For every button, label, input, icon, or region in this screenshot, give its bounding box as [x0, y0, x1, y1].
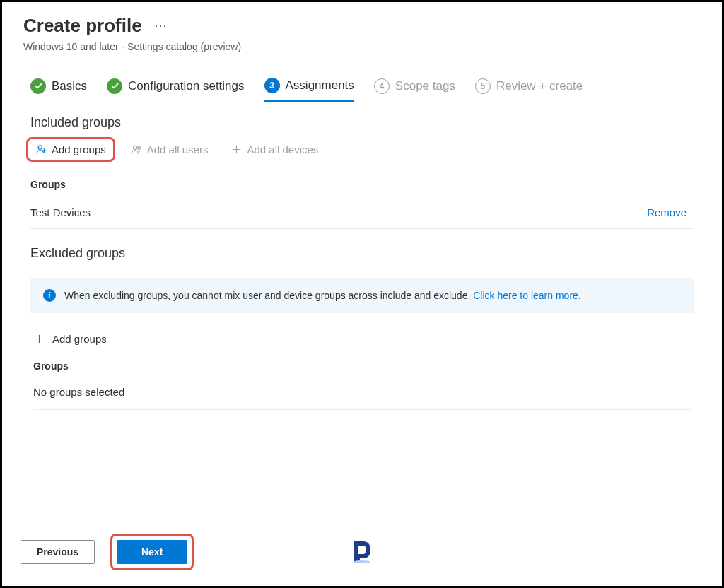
step-review-create[interactable]: 5 Review + create: [475, 78, 583, 102]
step-basics[interactable]: Basics: [30, 78, 87, 102]
excluded-groups-heading: Excluded groups: [2, 229, 722, 261]
groups-column-header: Groups: [30, 169, 694, 196]
person-add-icon: [35, 143, 47, 155]
learn-more-link[interactable]: Click here to learn more.: [473, 290, 581, 301]
step-number-icon: 4: [374, 78, 390, 94]
add-all-users-button[interactable]: Add all users: [124, 139, 216, 160]
step-scope-tags[interactable]: 4 Scope tags: [374, 78, 455, 102]
included-groups-heading: Included groups: [2, 102, 722, 130]
no-groups-text: No groups selected: [33, 379, 691, 409]
group-name: Test Devices: [30, 206, 90, 218]
step-number-icon: 5: [475, 78, 491, 94]
next-button-highlight: Next: [110, 534, 194, 570]
plus-icon: [33, 333, 45, 345]
add-all-devices-button[interactable]: Add all devices: [223, 139, 325, 160]
step-label: Configuration settings: [128, 79, 244, 93]
excluded-groups-column-header: Groups: [2, 345, 722, 379]
info-text: When excluding groups, you cannot mix us…: [64, 290, 581, 301]
remove-link[interactable]: Remove: [647, 206, 694, 218]
page-title: Create profile: [23, 15, 142, 37]
check-icon: [107, 78, 122, 94]
step-number-icon: 3: [264, 78, 280, 93]
brand-logo-icon: [351, 540, 373, 564]
svg-point-0: [38, 146, 42, 149]
step-configuration-settings[interactable]: Configuration settings: [107, 78, 244, 102]
step-label: Review + create: [496, 79, 583, 93]
excluded-add-groups-button[interactable]: Add groups: [2, 313, 722, 345]
page-header: Create profile ··· Windows 10 and later …: [2, 2, 722, 52]
included-actions-row: Add groups Add all users Add all devices: [2, 130, 722, 169]
page-subtitle: Windows 10 and later - Settings catalog …: [23, 37, 701, 52]
svg-point-1: [133, 146, 136, 149]
excluded-groups-empty: No groups selected: [33, 379, 691, 410]
excluded-add-groups-label: Add groups: [52, 333, 107, 345]
included-groups-section: Groups Test Devices Remove: [2, 169, 722, 229]
step-label: Scope tags: [395, 79, 455, 93]
add-all-devices-label: Add all devices: [247, 143, 318, 155]
add-groups-label: Add groups: [52, 143, 106, 155]
group-row: Test Devices Remove: [30, 196, 694, 229]
more-actions-icon[interactable]: ···: [155, 18, 168, 33]
step-assignments[interactable]: 3 Assignments: [264, 78, 354, 102]
info-banner: i When excluding groups, you cannot mix …: [30, 278, 694, 313]
next-button[interactable]: Next: [117, 540, 187, 564]
wizard-steps: Basics Configuration settings 3 Assignme…: [2, 52, 722, 102]
footer-bar: Previous Next: [2, 519, 722, 586]
step-label: Assignments: [286, 78, 354, 93]
info-message: When excluding groups, you cannot mix us…: [64, 290, 473, 301]
add-all-users-label: Add all users: [147, 143, 209, 155]
plus-icon: [230, 143, 243, 155]
svg-point-2: [137, 146, 140, 149]
info-icon: i: [43, 289, 56, 302]
add-groups-button[interactable]: Add groups: [26, 137, 115, 162]
svg-point-3: [354, 560, 370, 563]
people-icon: [131, 143, 143, 155]
step-label: Basics: [52, 79, 87, 93]
previous-button[interactable]: Previous: [21, 540, 95, 564]
check-icon: [30, 78, 46, 94]
